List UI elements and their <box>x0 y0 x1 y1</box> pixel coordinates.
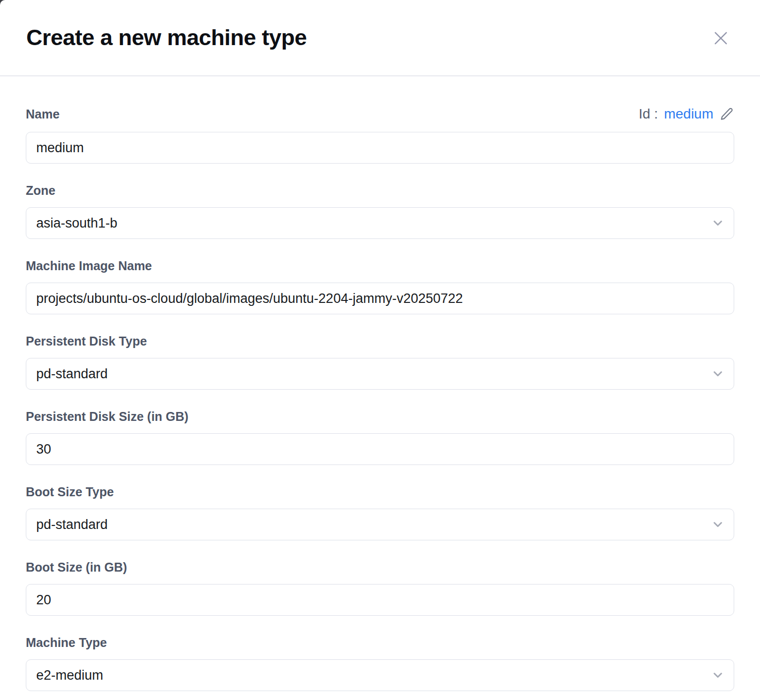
field-persistent-disk-type: Persistent Disk Type pd-standard <box>26 334 734 390</box>
zone-select[interactable]: asia-south1-b <box>26 207 734 239</box>
zone-label: Zone <box>26 183 734 197</box>
field-machine-type: Machine Type e2-medium <box>26 636 734 691</box>
chevron-down-icon <box>711 518 725 531</box>
boot-size-type-selected-value: pd-standard <box>36 517 108 532</box>
name-input[interactable] <box>26 132 734 164</box>
persistent-disk-type-label: Persistent Disk Type <box>26 334 734 348</box>
field-zone: Zone asia-south1-b <box>26 183 734 239</box>
machine-image-name-input[interactable] <box>26 283 734 314</box>
id-prefix: Id : <box>638 106 658 122</box>
persistent-disk-size-input[interactable] <box>26 433 734 465</box>
boot-size-input[interactable] <box>26 584 734 616</box>
close-button[interactable] <box>710 28 731 49</box>
persistent-disk-size-label: Persistent Disk Size (in GB) <box>26 409 734 423</box>
field-boot-size-type: Boot Size Type pd-standard <box>26 485 734 540</box>
machine-image-name-label: Machine Image Name <box>26 259 734 273</box>
field-machine-image-name: Machine Image Name <box>26 259 734 314</box>
create-machine-type-modal: Create a new machine type Name Id : medi… <box>0 0 760 700</box>
persistent-disk-type-selected-value: pd-standard <box>36 366 108 382</box>
field-boot-size: Boot Size (in GB) <box>26 560 734 616</box>
pencil-icon[interactable] <box>719 107 734 121</box>
field-persistent-disk-size: Persistent Disk Size (in GB) <box>26 409 734 465</box>
name-label: Name <box>26 107 60 121</box>
chevron-down-icon <box>711 367 725 381</box>
modal-title: Create a new machine type <box>26 25 307 51</box>
id-badge: Id : medium <box>638 106 734 122</box>
chevron-down-icon <box>711 668 725 682</box>
boot-size-label: Boot Size (in GB) <box>26 560 734 574</box>
field-name: Name Id : medium <box>26 106 734 164</box>
chevron-down-icon <box>711 216 725 230</box>
boot-size-type-label: Boot Size Type <box>26 485 734 499</box>
persistent-disk-type-select[interactable]: pd-standard <box>26 358 734 390</box>
boot-size-type-select[interactable]: pd-standard <box>26 509 734 540</box>
machine-type-select[interactable]: e2-medium <box>26 659 734 691</box>
modal-header: Create a new machine type <box>0 0 760 76</box>
id-value: medium <box>664 106 713 122</box>
machine-type-selected-value: e2-medium <box>36 668 103 683</box>
close-icon <box>711 29 730 48</box>
machine-type-label: Machine Type <box>26 636 734 649</box>
modal-body: Name Id : medium Zone asia-south1-b <box>0 77 760 700</box>
zone-selected-value: asia-south1-b <box>36 216 118 231</box>
